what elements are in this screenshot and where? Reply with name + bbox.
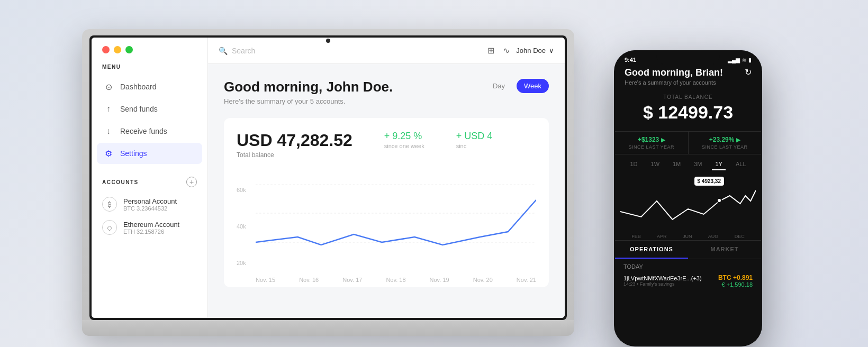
period-tab-3m[interactable]: 3M: [691, 159, 705, 170]
period-toggles: Day Week: [485, 79, 549, 93]
phone-x-dec: DEC: [735, 234, 745, 239]
account-sub: ETH 32.158726: [123, 229, 179, 235]
phone-status-icons: ▂▄▆ ≋ ▮: [728, 57, 752, 63]
maximize-button[interactable]: [125, 46, 133, 53]
x-labels: Nov. 15 Nov. 16 Nov. 17 Nov. 18 Nov. 19 …: [256, 277, 536, 283]
activity-icon[interactable]: ∿: [503, 45, 510, 56]
menu-label: MENU: [92, 64, 207, 76]
account-personal[interactable]: ₿ Personal Account BTC 3.23644532: [92, 193, 207, 216]
greeting-title: Good morning, John Doe.: [224, 79, 393, 95]
x-label-3: Nov. 17: [342, 277, 362, 283]
period-week-button[interactable]: Week: [517, 79, 549, 93]
phone-x-aug: AUG: [708, 234, 719, 239]
chart-card: USD 47,282.52 Total balance + 9.25 % sin…: [224, 118, 549, 287]
op-detail: 1jLVpwtNMfXWadEe3rE...(+3) 14:23 • Famil…: [623, 275, 713, 287]
traffic-lights: [102, 46, 133, 53]
sidebar-item-receive[interactable]: ↓ Receive funds: [97, 121, 202, 142]
period-tab-all[interactable]: ALL: [733, 159, 749, 170]
period-tab-1d[interactable]: 1D: [627, 159, 640, 170]
phone-op-item: 1jLVpwtNMfXWadEe3rE...(+3) 14:23 • Famil…: [623, 274, 753, 288]
sidebar-item-label: Send funds: [120, 105, 158, 113]
phone-header: Good morning, Brian! Here's a summary of…: [615, 63, 761, 92]
today-label: TODAY: [623, 263, 753, 270]
op-coin: BTC +0.891: [718, 274, 753, 281]
sidebar-item-send[interactable]: ↑ Send funds: [97, 98, 202, 120]
x-label-4: Nov. 18: [386, 277, 405, 283]
laptop-bezel: MENU ⊙ Dashboard ↑ Send funds ↓ Receive: [89, 35, 567, 320]
laptop-screen: MENU ⊙ Dashboard ↑ Send funds ↓ Receive: [92, 38, 565, 318]
laptop: MENU ⊙ Dashboard ↑ Send funds ↓ Receive: [82, 29, 574, 336]
btc-icon: ₿: [102, 197, 117, 212]
gear-icon: ⚙: [103, 148, 114, 159]
minimize-button[interactable]: [114, 46, 121, 53]
clock-icon: ⊙: [103, 81, 114, 92]
topbar-icons: ⊞ ∿: [487, 45, 510, 56]
balance-block: USD 47,282.52 Total balance: [237, 131, 352, 159]
arrow-up-icon: ↑: [103, 104, 114, 114]
phone-x-jun: JUN: [683, 234, 692, 239]
sidebar-item-label: Settings: [120, 149, 147, 158]
phone-chart-dot: [717, 198, 722, 203]
phone-stat-2: +23.29% ▶ SINCE LAST YEAR: [689, 132, 762, 154]
stat2-label: sinc: [456, 143, 493, 149]
main-content: 🔍 Search ⊞ ∿ John Doe ∨: [208, 38, 565, 318]
user-info[interactable]: John Doe ∨: [516, 47, 554, 54]
phone-screen: 9:41 ▂▄▆ ≋ ▮ Good morning, Brian! Here's…: [615, 50, 761, 345]
phone-period-tabs: 1D 1W 1M 3M 1Y ALL: [615, 154, 761, 175]
x-label-7: Nov. 21: [517, 277, 536, 283]
camera: [326, 39, 330, 43]
account-info: Ethereum Account ETH 32.158726: [123, 221, 179, 235]
app-layout: MENU ⊙ Dashboard ↑ Send funds ↓ Receive: [92, 38, 565, 318]
sidebar-nav: ⊙ Dashboard ↑ Send funds ↓ Receive funds: [92, 76, 207, 164]
period-day-button[interactable]: Day: [485, 79, 512, 93]
refresh-icon[interactable]: ↻: [745, 67, 752, 77]
sidebar-item-dashboard[interactable]: ⊙ Dashboard: [97, 76, 202, 97]
accounts-label: ACCOUNTS: [102, 179, 139, 185]
tab-operations[interactable]: OPERATIONS: [615, 241, 688, 259]
account-ethereum[interactable]: ◇ Ethereum Account ETH 32.158726: [92, 216, 207, 239]
sidebar: MENU ⊙ Dashboard ↑ Send funds ↓ Receive: [92, 38, 208, 318]
phone-greeting-sub: Here's a summary of your accounts: [625, 79, 723, 86]
stat1-label: since one week: [384, 143, 424, 149]
phone-balance-stats: +$1323 ▶ SINCE LAST YEAR +23.29% ▶ SINCE…: [615, 131, 761, 154]
period-tab-1y[interactable]: 1Y: [712, 159, 725, 170]
phone-x-feb: FEB: [631, 234, 641, 239]
account-sub: BTC 3.23644532: [123, 205, 177, 212]
topbar: 🔍 Search ⊞ ∿ John Doe ∨: [208, 38, 565, 64]
account-info: Personal Account BTC 3.23644532: [123, 197, 177, 212]
period-tab-1w[interactable]: 1W: [648, 159, 663, 170]
chart-stat-1: + 9.25 % since one week: [384, 131, 424, 149]
phone-x-apr: APR: [657, 234, 667, 239]
phone-balance-label: TOTAL BALANCE: [615, 94, 761, 100]
eth-icon: ◇: [102, 220, 117, 235]
phone-operations: TODAY 1jLVpwtNMfXWadEe3rE...(+3) 14:23 •…: [615, 259, 761, 292]
stat2-value: + USD 4: [456, 131, 493, 142]
op-amount: BTC +0.891 € +1,590.18: [718, 274, 753, 288]
chart-header: USD 47,282.52 Total balance + 9.25 % sin…: [237, 131, 536, 159]
laptop-base: [82, 320, 574, 336]
phone-greeting-block: Good morning, Brian! Here's a summary of…: [625, 67, 723, 86]
phone-balance-amount: $ 12499.73: [615, 102, 761, 123]
phone-stat2-label: SINCE LAST YEAR: [695, 144, 755, 150]
op-sub: 14:23 • Family's savings: [623, 281, 713, 287]
chart-balance: USD 47,282.52: [237, 131, 352, 150]
phone-chart-tooltip: $ 4923,32: [694, 177, 725, 186]
y-label-60k: 60k: [237, 187, 246, 193]
x-label-2: Nov. 16: [299, 277, 319, 283]
account-name: Ethereum Account: [123, 221, 179, 229]
tab-market[interactable]: MARKET: [688, 241, 761, 259]
sidebar-item-settings[interactable]: ⚙ Settings: [97, 143, 202, 164]
phone-body: 9:41 ▂▄▆ ≋ ▮ Good morning, Brian! Here's…: [614, 50, 762, 346]
y-label-40k: 40k: [237, 223, 246, 230]
search-wrap: 🔍 Search: [219, 47, 481, 55]
phone-greeting: Good morning, Brian!: [625, 67, 723, 78]
period-tab-1m[interactable]: 1M: [670, 159, 684, 170]
x-label-1: Nov. 15: [256, 277, 275, 283]
close-button[interactable]: [102, 46, 110, 53]
line-chart: [256, 184, 536, 271]
add-account-button[interactable]: +: [186, 177, 197, 187]
chevron-down-icon: ∨: [549, 47, 554, 54]
greeting-row: Good morning, John Doe. Here's the summa…: [224, 79, 549, 105]
copy-icon[interactable]: ⊞: [487, 45, 494, 56]
phone-stat2-value: +23.29% ▶: [695, 136, 755, 143]
